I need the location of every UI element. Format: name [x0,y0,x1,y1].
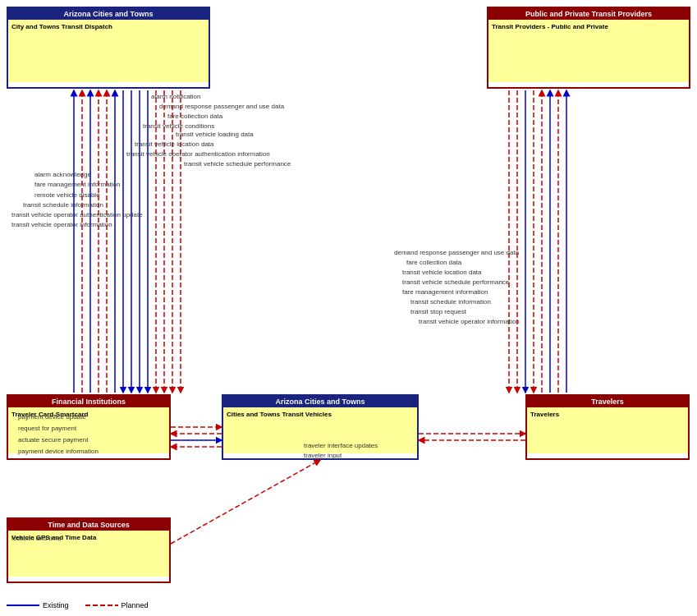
svg-text:transit schedule information: transit schedule information [410,298,491,306]
svg-text:fare management information: fare management information [402,288,488,296]
svg-text:alarm notification: alarm notification [151,93,200,100]
transit-top-body: Transit Providers - Public and Private [488,20,689,82]
legend-planned: Planned [85,601,149,609]
svg-text:transit vehicle location data: transit vehicle location data [135,140,214,148]
time-body: Vehicle GPS and Time Data [8,531,169,577]
svg-text:transit vehicle location data: transit vehicle location data [402,269,482,276]
legend: Existing Planned [7,601,149,609]
financial-body: Traveler Card-Smartcard [8,407,169,453]
svg-text:fare collection data: fare collection data [167,113,223,120]
svg-text:alarm acknowledge: alarm acknowledge [34,171,91,178]
az-cities-center-body: Cities and Towns Transit Vehicles [223,407,417,453]
node-time: Time and Data Sources Vehicle GPS and Ti… [7,517,171,583]
svg-text:fare collection data: fare collection data [406,259,462,266]
travelers-body: Travelers [527,407,688,453]
svg-text:transit stop request: transit stop request [410,308,467,315]
node-transit-top: Public and Private Transit Providers Tra… [487,7,690,89]
az-cities-top-header: Arizona Cities and Towns [8,8,209,20]
travelers-header: Travelers [527,396,688,407]
svg-text:transit vehicle schedule perfo: transit vehicle schedule performance [184,160,291,168]
svg-text:transit vehicle operator infor: transit vehicle operator information [11,221,112,228]
az-cities-center-header: Arizona Cities and Towns [223,396,417,407]
financial-header: Financial Institutions [8,396,169,407]
legend-existing: Existing [7,601,69,609]
svg-text:transit vehicle loading data: transit vehicle loading data [176,131,254,138]
svg-text:remote vehicle disable: remote vehicle disable [34,191,100,199]
legend-planned-label: Planned [122,601,149,609]
svg-text:transit schedule information: transit schedule information [23,201,103,209]
svg-text:transit vehicle schedule perfo: transit vehicle schedule performance [402,278,510,286]
svg-text:demand response passenger and : demand response passenger and use data [159,103,285,110]
time-header: Time and Data Sources [8,519,169,531]
svg-text:transit vehicle operator authe: transit vehicle operator authentication … [126,150,270,158]
node-az-cities-top: Arizona Cities and Towns City and Towns … [7,7,210,89]
svg-text:demand response passenger and : demand response passenger and use data [394,249,520,256]
node-az-cities-center: Arizona Cities and Towns Cities and Town… [222,394,419,460]
az-cities-top-body: City and Towns Transit Dispatch [8,20,209,82]
svg-text:fare management information: fare management information [34,181,121,188]
transit-top-header: Public and Private Transit Providers [488,8,689,20]
node-financial: Financial Institutions Traveler Card-Sma… [7,394,171,460]
node-travelers: Travelers Travelers [525,394,690,460]
svg-line-56 [171,460,320,544]
svg-text:transit vehicle operator authe: transit vehicle operator authentication … [11,211,143,218]
legend-existing-label: Existing [43,601,69,609]
diagram-container: Arizona Cities and Towns City and Towns … [0,0,697,616]
svg-text:transit vehicle operator infor: transit vehicle operator information [419,318,520,325]
svg-text:transit vehicle conditions: transit vehicle conditions [143,122,214,130]
